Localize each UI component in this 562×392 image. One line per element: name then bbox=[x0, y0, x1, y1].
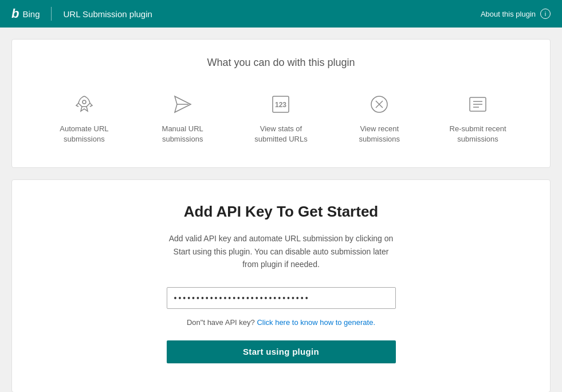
features-title: What you can do with this plugin bbox=[35, 57, 527, 69]
generate-key-link[interactable]: Click here to know how to generate. bbox=[257, 318, 375, 327]
features-grid: Automate URLsubmissions Manual URLsubmis… bbox=[35, 92, 527, 144]
info-icon: i bbox=[540, 9, 551, 19]
app-header: b Bing URL Submission plugin About this … bbox=[0, 0, 562, 28]
api-card: Add API Key To Get Started Add valid API… bbox=[11, 179, 551, 392]
feature-automate-label: Automate URLsubmissions bbox=[60, 124, 108, 144]
send-icon bbox=[170, 92, 195, 117]
feature-stats-label: View stats ofsubmitted URLs bbox=[254, 124, 307, 144]
api-no-key-text: Don"t have API key? Click here to know h… bbox=[187, 318, 375, 327]
list-icon bbox=[465, 92, 490, 117]
svg-text:123: 123 bbox=[275, 101, 286, 109]
header-divider bbox=[51, 7, 52, 21]
bing-b-letter: b bbox=[11, 6, 19, 21]
feature-manual: Manual URLsubmissions bbox=[137, 92, 229, 144]
api-key-input[interactable] bbox=[167, 287, 396, 309]
features-card: What you can do with this plugin Automat… bbox=[11, 39, 551, 168]
bing-logo: b Bing bbox=[11, 6, 40, 21]
header-plugin-title: URL Submission plugin bbox=[63, 9, 152, 19]
circle-x-icon bbox=[367, 92, 392, 117]
feature-recent: View recentsubmissions bbox=[333, 92, 425, 144]
feature-resubmit: Re-submit recentsubmissions bbox=[432, 92, 524, 144]
feature-resubmit-label: Re-submit recentsubmissions bbox=[450, 124, 506, 144]
api-title: Add API Key To Get Started bbox=[184, 203, 379, 221]
feature-stats: 123 View stats ofsubmitted URLs bbox=[235, 92, 327, 144]
start-plugin-button[interactable]: Start using plugin bbox=[167, 340, 396, 363]
stats-box-icon: 123 bbox=[268, 92, 293, 117]
rocket-icon bbox=[72, 92, 97, 117]
feature-automate: Automate URLsubmissions bbox=[38, 92, 130, 144]
about-plugin-label: About this plugin bbox=[481, 10, 536, 18]
main-container: What you can do with this plugin Automat… bbox=[0, 28, 562, 392]
feature-manual-label: Manual URLsubmissions bbox=[162, 124, 203, 144]
bing-wordmark: Bing bbox=[22, 9, 40, 19]
about-plugin-button[interactable]: About this plugin i bbox=[481, 9, 551, 19]
feature-recent-label: View recentsubmissions bbox=[359, 124, 400, 144]
svg-point-0 bbox=[82, 100, 86, 104]
header-left: b Bing URL Submission plugin bbox=[11, 6, 152, 21]
api-description: Add valid API key and automate URL submi… bbox=[167, 232, 396, 271]
